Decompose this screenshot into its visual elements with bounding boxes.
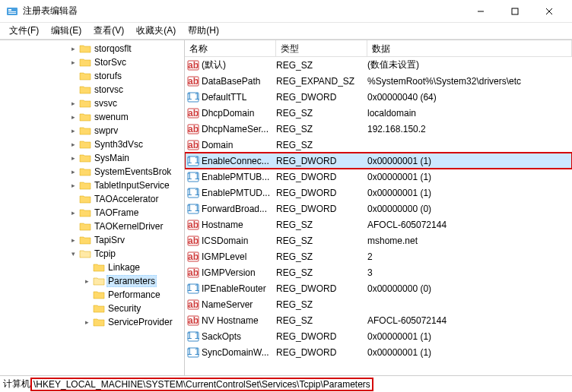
string-value-icon: ab — [186, 139, 200, 151]
tree-item[interactable]: ▸storqosflt — [0, 42, 184, 55]
tree-item[interactable]: Security — [0, 302, 184, 315]
registry-value-row[interactable]: 011 110EnablePMTUD...REG_DWORD0x00000001… — [185, 185, 572, 201]
folder-icon — [79, 125, 91, 136]
header-name[interactable]: 名称 — [185, 40, 276, 56]
tree-item[interactable]: ▸Synth3dVsc — [0, 138, 184, 151]
tree-item[interactable]: ▸TapiSrv — [0, 233, 184, 247]
tree-item[interactable]: ▾Tcpip — [0, 247, 184, 261]
list-rows[interactable]: ab(默认)REG_SZ(数值未设置)abDataBasePathREG_EXP… — [185, 57, 572, 375]
tree-item-label: Security — [106, 302, 142, 315]
tree-item[interactable]: TAOKernelDriver — [0, 220, 184, 233]
registry-value-row[interactable]: abICSDomainREG_SZmshome.net — [185, 232, 572, 248]
value-type: REG_DWORD — [276, 204, 367, 214]
status-path: \HKEY_LOCAL_MACHINE\SYSTEM\CurrentContro… — [30, 378, 373, 391]
folder-icon — [79, 43, 91, 54]
tree-item[interactable]: storufs — [0, 69, 184, 83]
chevron-right-icon[interactable]: ▸ — [68, 141, 78, 148]
registry-value-row[interactable]: abDomainREG_SZ — [185, 137, 572, 153]
chevron-right-icon[interactable]: ▸ — [68, 58, 78, 66]
value-data: 192.168.150.2 — [367, 124, 572, 134]
chevron-right-icon[interactable]: ▸ — [68, 182, 78, 189]
registry-value-row[interactable]: abDhcpNameSer...REG_SZ192.168.150.2 — [185, 121, 572, 137]
tree-item-label: Parameters — [106, 275, 157, 287]
registry-value-row[interactable]: 011 110EnableConnec...REG_DWORD0x0000000… — [185, 153, 572, 169]
tree-item-label: storvsc — [93, 84, 125, 96]
header-data[interactable]: 数据 — [367, 40, 572, 56]
tree-item[interactable]: Linkage — [0, 261, 184, 274]
registry-value-row[interactable]: abNV HostnameREG_SZAFOCL-605072144 — [185, 312, 572, 328]
menu-view[interactable]: 查看(V) — [87, 23, 130, 39]
chevron-right-icon[interactable]: ▸ — [82, 318, 91, 326]
chevron-right-icon[interactable]: ▸ — [82, 277, 91, 285]
chevron-right-icon[interactable]: ▸ — [68, 236, 78, 244]
tree-item-label: StorSvc — [93, 56, 128, 68]
tree-item[interactable]: storvsc — [0, 83, 184, 96]
maximize-button[interactable] — [497, 0, 532, 22]
registry-value-row[interactable]: abIGMPVersionREG_SZ3 — [185, 264, 572, 280]
chevron-right-icon[interactable]: ▸ — [68, 45, 78, 52]
registry-value-row[interactable]: abIGMPLevelREG_SZ2 — [185, 248, 572, 264]
svg-text:011 110: 011 110 — [187, 283, 199, 293]
tree-item[interactable]: ▸SystemEventsBrok — [0, 165, 184, 179]
tree-item[interactable]: TAOAccelerator — [0, 192, 184, 206]
chevron-right-icon[interactable]: ▸ — [68, 168, 78, 175]
value-type: REG_DWORD — [276, 331, 367, 342]
chevron-right-icon[interactable]: ▸ — [68, 209, 78, 217]
chevron-right-icon[interactable]: ▸ — [68, 113, 78, 121]
folder-icon — [79, 139, 91, 150]
binary-value-icon: 011 110 — [186, 346, 200, 359]
value-type: REG_SZ — [276, 236, 367, 246]
registry-value-row[interactable]: abDhcpDomainREG_SZlocaldomain — [185, 105, 572, 121]
registry-value-row[interactable]: abHostnameREG_SZAFOCL-605072144 — [185, 217, 572, 232]
registry-value-row[interactable]: 011 110ForwardBroad...REG_DWORD0x0000000… — [185, 201, 572, 217]
registry-value-row[interactable]: ab(默认)REG_SZ(数值未设置) — [185, 57, 572, 73]
menu-help[interactable]: 帮助(H) — [182, 23, 225, 39]
tree-item[interactable]: ▸swprv — [0, 124, 184, 138]
chevron-right-icon[interactable]: ▸ — [68, 127, 78, 134]
registry-value-row[interactable]: 011 110DefaultTTLREG_DWORD0x00000040 (64… — [185, 89, 572, 105]
registry-value-row[interactable]: 011 110SyncDomainW...REG_DWORD0x00000001… — [185, 344, 572, 360]
folder-icon — [79, 180, 91, 191]
tree-pane[interactable]: ▸storqosflt▸StorSvcstorufsstorvsc▸svsvc▸… — [0, 40, 185, 375]
close-button[interactable] — [532, 0, 566, 22]
string-value-icon: ab — [186, 251, 200, 263]
tree-item[interactable]: ▸StorSvc — [0, 55, 184, 69]
header-type[interactable]: 类型 — [276, 40, 367, 56]
menu-favorites[interactable]: 收藏夹(A) — [130, 23, 182, 39]
value-type: REG_DWORD — [276, 92, 367, 103]
tree-item-label: storufs — [93, 70, 123, 82]
window-title: 注册表编辑器 — [23, 5, 463, 17]
string-value-icon: ab — [186, 107, 200, 119]
tree-item[interactable]: ▸SysMain — [0, 151, 184, 165]
chevron-down-icon[interactable]: ▾ — [68, 250, 78, 258]
tree-item[interactable]: ▸TabletInputService — [0, 179, 184, 192]
value-type: REG_SZ — [276, 315, 367, 326]
svg-text:ab: ab — [188, 140, 199, 150]
svg-text:011 110: 011 110 — [187, 155, 199, 166]
svg-text:ab: ab — [188, 299, 199, 310]
registry-value-row[interactable]: 011 110SackOptsREG_DWORD0x00000001 (1) — [185, 328, 572, 344]
chevron-right-icon[interactable]: ▸ — [68, 100, 78, 107]
minimize-button[interactable] — [463, 0, 497, 22]
value-type: REG_SZ — [276, 299, 367, 310]
chevron-right-icon[interactable]: ▸ — [68, 154, 78, 162]
tree-item[interactable]: ▸swenum — [0, 110, 184, 124]
tree-item-label: TAOKernelDriver — [93, 220, 164, 232]
tree-item[interactable]: ▸ServiceProvider — [0, 315, 184, 329]
registry-value-row[interactable]: 011 110EnablePMTUB...REG_DWORD0x00000001… — [185, 169, 572, 185]
tree-item[interactable]: ▸TAOFrame — [0, 206, 184, 220]
registry-value-row[interactable]: abNameServerREG_SZ — [185, 296, 572, 312]
tree-item[interactable]: ▸svsvc — [0, 96, 184, 110]
menu-file[interactable]: 文件(F) — [3, 23, 45, 39]
list-pane: 名称 类型 数据 ab(默认)REG_SZ(数值未设置)abDataBasePa… — [185, 40, 572, 375]
tree-item[interactable]: Performance — [0, 288, 184, 302]
svg-text:ab: ab — [188, 76, 199, 87]
value-type: REG_SZ — [276, 267, 367, 278]
value-name: DhcpNameSer... — [202, 124, 276, 134]
registry-value-row[interactable]: 011 110IPEnableRouterREG_DWORD0x00000000… — [185, 280, 572, 296]
tree-item[interactable]: ▸Parameters — [0, 274, 184, 288]
menu-edit[interactable]: 编辑(E) — [45, 23, 87, 39]
registry-value-row[interactable]: abDataBasePathREG_EXPAND_SZ%SystemRoot%\… — [185, 73, 572, 89]
svg-text:ab: ab — [188, 267, 199, 278]
value-type: REG_DWORD — [276, 283, 367, 294]
